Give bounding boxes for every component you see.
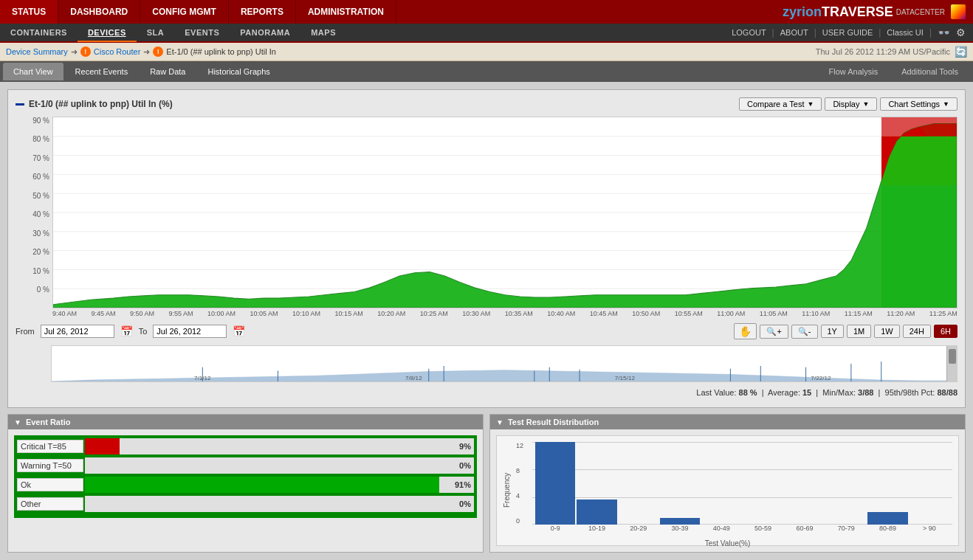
compare-test-button[interactable]: Compare a Test ▼	[739, 97, 822, 111]
x-label-70-79: 70-79	[826, 525, 866, 538]
x-label-15: 10:55 AM	[675, 310, 703, 317]
from-label: From	[16, 327, 35, 336]
x-label-30-39: 30-39	[660, 525, 700, 538]
sidebar-item-panorama[interactable]: PANORAMA	[230, 23, 300, 42]
y-tick-0: 0	[516, 517, 531, 525]
calendar-from-icon[interactable]: 📅	[120, 325, 133, 337]
stat-average: 15	[802, 388, 811, 397]
top-nav: STATUS DASHBOARD CONFIG MGMT REPORTS ADM…	[0, 0, 973, 24]
display-dropdown-icon: ▼	[862, 100, 869, 108]
breadcrumb: Device Summary ➜ ! Cisco Router ➜ ! Et-1…	[6, 46, 276, 57]
tab-chart-view[interactable]: Chart View	[3, 63, 63, 80]
x-label-19: 11:15 AM	[845, 310, 873, 317]
event-ratio-header[interactable]: ▼ Event Ratio	[8, 415, 483, 429]
event-label-warning: Warning T=50	[17, 459, 83, 472]
x-label-1: 9:45 AM	[92, 310, 116, 317]
x-label-3: 9:55 AM	[169, 310, 193, 317]
main-content: Et-1/0 (## uplink to pnp) Util In (%) Co…	[0, 82, 973, 560]
range-1m-button[interactable]: 1M	[847, 325, 871, 338]
range-1w-button[interactable]: 1W	[874, 325, 900, 338]
sidebar-item-events[interactable]: EVENTS	[174, 23, 230, 42]
chart-settings-button[interactable]: Chart Settings ▼	[880, 97, 957, 111]
breadcrumb-timestamp: Thu Jul 26 2012 11:29 AM US/Pacific	[816, 47, 950, 56]
breadcrumb-arrow-1: ➜	[71, 47, 78, 57]
svg-text:7/22/12: 7/22/12	[811, 375, 831, 381]
calendar-to-icon[interactable]: 📅	[233, 325, 245, 337]
sidebar-item-sla[interactable]: SLA	[137, 23, 175, 42]
tab-historical-graphs[interactable]: Historical Graphs	[197, 63, 280, 80]
sidebar-item-containers[interactable]: CONTAINERS	[0, 23, 78, 42]
event-ratio-panel: ▼ Event Ratio Critical T=85 9% Warn	[7, 414, 484, 553]
refresh-icon[interactable]: 🔄	[955, 46, 967, 58]
range-24h-button[interactable]: 24H	[903, 325, 931, 338]
display-button[interactable]: Display ▼	[825, 97, 877, 111]
x-axis: 9:40 AM 9:45 AM 9:50 AM 9:55 AM 10:00 AM…	[16, 308, 957, 317]
x-label-14: 10:50 AM	[632, 310, 660, 317]
y-label-60: 60 %	[32, 173, 49, 181]
breadcrumb-device-summary[interactable]: Device Summary	[6, 47, 68, 56]
histogram-x-labels: 0-9 10-19 20-29 30-39 40-49 50-59 60-69 …	[532, 525, 952, 538]
settings-icon[interactable]: ⚙	[956, 27, 966, 38]
range-6h-button[interactable]: 6H	[934, 325, 957, 338]
breadcrumb-cisco-router[interactable]: Cisco Router	[94, 47, 141, 56]
nav-tab-admin[interactable]: ADMINISTRATION	[296, 0, 396, 24]
logout-link[interactable]: LOGOUT	[732, 28, 766, 37]
bottom-panels: ▼ Event Ratio Critical T=85 9% Warn	[7, 414, 966, 553]
logo-icon	[951, 4, 966, 19]
legend-dot	[16, 103, 24, 106]
tab-additional-tools[interactable]: Additional Tools	[891, 63, 969, 80]
chart-area[interactable]	[52, 117, 957, 308]
tab-raw-data[interactable]: Raw Data	[140, 63, 196, 80]
date-controls: From 📅 To 📅 ✋ 🔍+ 🔍- 1Y 1M 1W 24H 6H	[16, 323, 957, 339]
nav-tab-dashboard[interactable]: DASHBOARD	[58, 0, 140, 24]
stat-minmax: 3/88	[858, 388, 873, 397]
breadcrumb-right: Thu Jul 26 2012 11:29 AM US/Pacific 🔄	[816, 46, 967, 58]
hand-tool-button[interactable]: ✋	[734, 323, 757, 339]
date-from-input[interactable]	[41, 325, 114, 338]
compare-test-label: Compare a Test	[747, 100, 804, 108]
event-bar-other: 0%	[85, 496, 474, 512]
event-pct-other: 0%	[459, 499, 471, 508]
chart-header: Et-1/0 (## uplink to pnp) Util In (%) Co…	[16, 97, 957, 111]
x-label-18: 11:10 AM	[802, 310, 830, 317]
scrollbar-thumb[interactable]	[949, 349, 956, 364]
test-result-toggle-icon[interactable]: ▼	[496, 418, 503, 426]
sidebar-item-devices[interactable]: DEVICES	[78, 23, 137, 42]
event-row-ok: Ok 91%	[17, 477, 474, 493]
x-label-7: 10:15 AM	[335, 310, 363, 317]
x-label-16: 11:00 AM	[717, 310, 745, 317]
nav-tab-config[interactable]: CONFIG MGMT	[140, 0, 229, 24]
stat-last-value: 88 %	[739, 388, 757, 397]
x-label-2: 9:50 AM	[130, 310, 154, 317]
sidebar-item-maps[interactable]: MAPS	[300, 23, 346, 42]
nav-tab-reports[interactable]: REPORTS	[229, 0, 296, 24]
x-label-20: 11:20 AM	[887, 310, 915, 317]
compare-test-dropdown-icon: ▼	[807, 100, 814, 108]
glasses-icon[interactable]: 👓	[938, 27, 950, 38]
date-to-input[interactable]	[153, 325, 227, 338]
tab-recent-events[interactable]: Recent Events	[65, 63, 139, 80]
test-result-header[interactable]: ▼ Test Result Distribution	[490, 415, 965, 429]
classic-ui-link[interactable]: Classic UI	[887, 28, 924, 37]
zoom-in-button[interactable]: 🔍+	[760, 325, 788, 339]
range-1y-button[interactable]: 1Y	[821, 325, 844, 338]
svg-marker-12	[53, 124, 957, 308]
event-bar-warning: 0%	[85, 457, 474, 474]
x-label-20-29: 20-29	[619, 525, 659, 538]
nav-tab-status[interactable]: STATUS	[0, 0, 58, 24]
tab-flow-analysis[interactable]: Flow Analysis	[819, 63, 889, 80]
chart-settings-dropdown-icon: ▼	[943, 100, 949, 108]
event-bar-critical: 9%	[85, 438, 474, 454]
chart-title: Et-1/0 (## uplink to pnp) Util In (%)	[16, 99, 173, 109]
chart-wrapper: 90 % 80 % 70 % 60 % 50 % 40 % 30 % 20 % …	[16, 117, 957, 308]
about-link[interactable]: ABOUT	[780, 28, 808, 37]
minimap[interactable]: 7/1/12 7/8/12 7/15/12 7/22/12	[51, 345, 957, 382]
user-guide-link[interactable]: USER GUIDE	[822, 28, 873, 37]
x-label-13: 10:45 AM	[590, 310, 618, 317]
chart-area-wrapper	[52, 117, 957, 308]
logo-traverse: TRAVERSE	[822, 4, 893, 19]
y-label-80: 80 %	[32, 135, 49, 143]
minimap-scrollbar[interactable]	[946, 346, 957, 381]
event-ratio-toggle-icon[interactable]: ▼	[14, 418, 21, 426]
zoom-out-button[interactable]: 🔍-	[791, 325, 818, 339]
